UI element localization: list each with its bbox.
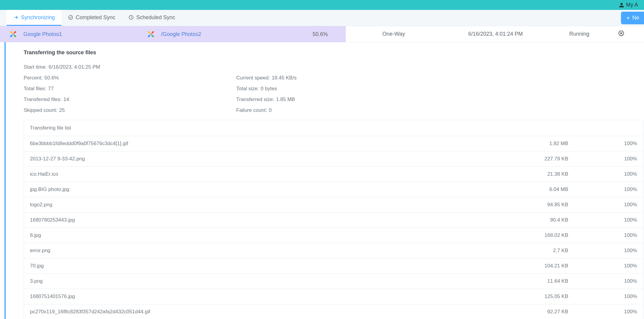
task-progress-area: Google Photos1 /Google Photos2 50.6% bbox=[0, 26, 346, 42]
stat-total-files: Total files 77 bbox=[24, 86, 236, 92]
file-progress: 100% bbox=[580, 263, 637, 269]
file-name: 70.jpg bbox=[30, 263, 502, 269]
file-name: 1680780253443.jpg bbox=[30, 217, 502, 223]
file-name: ico.HaiEr.ico bbox=[30, 171, 502, 177]
file-name: pc270x119_16f8c8283f357d242afa2d432c051d… bbox=[30, 309, 502, 315]
file-progress: 100% bbox=[580, 202, 637, 208]
detail-title: Transferring the source files bbox=[24, 49, 644, 56]
file-name: 6be3bbbb1fd8eddd0f9a0f75676c3dc4[1].gif bbox=[30, 141, 502, 147]
file-size: 104.21 KB bbox=[502, 263, 580, 269]
file-size: 92.27 KB bbox=[502, 309, 580, 315]
source-name: Google Photos1 bbox=[23, 31, 62, 37]
file-progress: 100% bbox=[580, 232, 637, 238]
file-size: 2.7 KB bbox=[502, 248, 580, 254]
file-name: 3.png bbox=[30, 278, 502, 284]
stat-failure: Failure count 0 bbox=[236, 107, 449, 113]
arrow-right-icon bbox=[13, 15, 19, 20]
tab-scheduled[interactable]: Scheduled Sync bbox=[122, 10, 182, 26]
svg-point-0 bbox=[69, 15, 73, 19]
file-progress: 100% bbox=[580, 248, 637, 254]
file-row: 1680751401576.jpg125.05 KB100% bbox=[24, 289, 643, 304]
file-size: 94.85 KB bbox=[502, 202, 580, 208]
file-name: 2013-12-27 9-33-42.png bbox=[30, 156, 502, 162]
file-row: logo2.png94.85 KB100% bbox=[24, 197, 643, 213]
account-menu[interactable]: My A bbox=[619, 2, 638, 8]
file-progress: 100% bbox=[580, 309, 637, 315]
task-mode: One-Way bbox=[346, 31, 442, 37]
file-row: 6be3bbbb1fd8eddd0f9a0f75676c3dc4[1].gif1… bbox=[24, 136, 643, 151]
file-row: ico.HaiEr.ico21.38 KB100% bbox=[24, 167, 643, 182]
clock-icon bbox=[128, 15, 134, 20]
sync-task-row[interactable]: Google Photos1 /Google Photos2 50.6% One… bbox=[0, 26, 644, 42]
file-row: 70.jpg104.21 KB100% bbox=[24, 258, 643, 274]
file-size: 90.4 KB bbox=[502, 217, 580, 223]
file-size: 11.64 KB bbox=[502, 278, 580, 284]
google-photos-icon bbox=[8, 29, 18, 39]
tab-label: Completed Sync bbox=[76, 14, 115, 21]
file-size: 6.04 MB bbox=[502, 186, 580, 192]
file-name: 8.jpg bbox=[30, 232, 502, 238]
destination-name: /Google Photos2 bbox=[161, 31, 201, 37]
user-icon bbox=[619, 2, 624, 8]
file-row: pc270x119_16f8c8283f357d242afa2d432c051d… bbox=[24, 304, 643, 319]
task-status: Running bbox=[549, 31, 609, 37]
file-size: 168.02 KB bbox=[502, 232, 580, 238]
file-progress: 100% bbox=[580, 186, 637, 192]
stat-speed: Current speed 18.45 KB/s bbox=[236, 75, 449, 81]
file-size: 227.79 KB bbox=[502, 156, 580, 162]
file-name: error.png bbox=[30, 248, 502, 254]
file-name: 1680751401576.jpg bbox=[30, 294, 502, 300]
new-task-button[interactable]: Ne bbox=[621, 12, 644, 24]
file-list: Transfering file list 6be3bbbb1fd8eddd0f… bbox=[24, 120, 643, 319]
file-row: 2013-12-27 9-33-42.png227.79 KB100% bbox=[24, 151, 643, 167]
google-photos-icon bbox=[146, 29, 156, 39]
task-percent: 50.6% bbox=[275, 31, 346, 37]
stat-transferred-files: Transferred files 14 bbox=[24, 97, 236, 103]
new-button-label: Ne bbox=[632, 15, 639, 21]
cancel-circle-icon bbox=[618, 30, 625, 37]
destination-endpoint: /Google Photos2 bbox=[138, 29, 275, 39]
tab-label: Scheduled Sync bbox=[136, 14, 175, 21]
stat-total-size: Total size 0 bytes bbox=[236, 86, 449, 92]
file-row: error.png2.7 KB100% bbox=[24, 243, 643, 258]
file-progress: 100% bbox=[580, 171, 637, 177]
file-size: 21.38 KB bbox=[502, 171, 580, 177]
account-label: My A bbox=[626, 2, 638, 8]
file-row: 1680780253443.jpg90.4 KB100% bbox=[24, 213, 643, 228]
tab-synchronizing[interactable]: Synchronizing bbox=[7, 10, 61, 26]
file-name: logo2.png bbox=[30, 202, 502, 208]
source-endpoint: Google Photos1 bbox=[0, 29, 138, 39]
file-list-header: Transfering file list bbox=[24, 120, 643, 136]
check-circle-icon bbox=[68, 15, 73, 20]
file-name: jpg.BIG photo.jpg bbox=[30, 186, 502, 192]
file-row: 8.jpg168.02 KB100% bbox=[24, 228, 643, 243]
tab-bar: Synchronizing Completed Sync Scheduled S… bbox=[0, 10, 644, 26]
file-row: jpg.BIG photo.jpg6.04 MB100% bbox=[24, 182, 643, 197]
file-progress: 100% bbox=[580, 156, 637, 162]
file-progress: 100% bbox=[580, 141, 637, 147]
stat-start-time: Start time 6/16/2023, 4:01:25 PM bbox=[24, 64, 236, 70]
tab-completed[interactable]: Completed Sync bbox=[61, 10, 122, 26]
cancel-task-button[interactable] bbox=[618, 30, 625, 37]
file-size: 125.05 KB bbox=[502, 294, 580, 300]
stat-skipped: Skipped count 25 bbox=[24, 107, 236, 113]
file-progress: 100% bbox=[580, 294, 637, 300]
app-header: My A bbox=[0, 0, 644, 10]
stat-transferred-size: Transferred size 1.85 MB bbox=[236, 97, 449, 103]
tab-label: Synchronizing bbox=[21, 14, 55, 21]
task-time: 6/16/2023, 4:01:24 PM bbox=[442, 31, 549, 37]
stat-percent: Percent 50.6% bbox=[24, 75, 236, 81]
file-row: 3.png11.64 KB100% bbox=[24, 274, 643, 289]
file-progress: 100% bbox=[580, 217, 637, 223]
task-detail-panel: Transferring the source files Start time… bbox=[4, 42, 644, 319]
stats-area: Start time 6/16/2023, 4:01:25 PM Percent… bbox=[24, 64, 644, 113]
file-progress: 100% bbox=[580, 278, 637, 284]
file-size: 1.92 MB bbox=[502, 141, 580, 147]
plus-icon bbox=[626, 16, 631, 20]
